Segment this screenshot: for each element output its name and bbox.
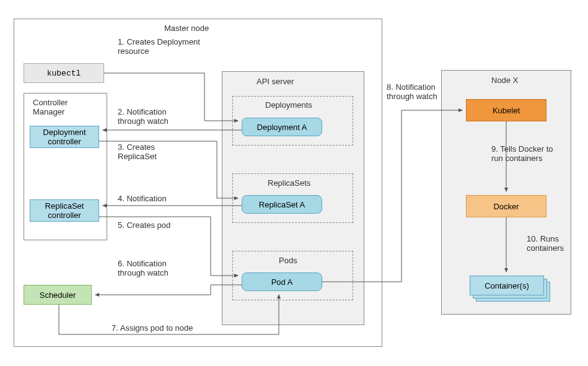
- pod-a-box: Pod A: [242, 272, 322, 291]
- step-10-label: 10. Runs containers: [527, 234, 564, 253]
- kubelet-box: Kubelet: [466, 99, 546, 121]
- docker-box: Docker: [466, 195, 546, 217]
- container-layer-1: Container(s): [470, 276, 544, 295]
- step-1-label: 1. Creates Deployment resource: [118, 37, 200, 56]
- kubectl-box: kubectl: [24, 63, 104, 83]
- step-9-label: 9. Tells Docker to run containers: [491, 144, 553, 163]
- api-server-title: API server: [257, 77, 294, 86]
- step-3-label: 3. Creates ReplicaSet: [118, 142, 157, 161]
- scheduler-box: Scheduler: [24, 285, 92, 305]
- replicaset-controller-box: ReplicaSet controller: [30, 199, 99, 222]
- master-node-title: Master node: [164, 24, 209, 33]
- replicaset-a-box: ReplicaSet A: [242, 195, 322, 214]
- step-8-label: 8. Notification through watch: [387, 82, 437, 101]
- deployment-controller-box: Deployment controller: [30, 126, 99, 148]
- step-2-label: 2. Notification through watch: [118, 107, 169, 126]
- step-6-label: 6. Notification through watch: [118, 259, 169, 277]
- step-7-label: 7. Assigns pod to node: [112, 323, 193, 333]
- pods-title: Pods: [279, 256, 297, 265]
- replicasets-title: ReplicaSets: [268, 178, 310, 188]
- deployment-a-box: Deployment A: [242, 118, 322, 136]
- deployments-title: Deployments: [265, 100, 312, 110]
- step-5-label: 5. Creates pod: [118, 220, 170, 230]
- step-4-label: 4. Notification: [118, 194, 167, 203]
- node-x-title: Node X: [491, 76, 518, 85]
- controller-manager-title: Controller Manager: [33, 98, 68, 116]
